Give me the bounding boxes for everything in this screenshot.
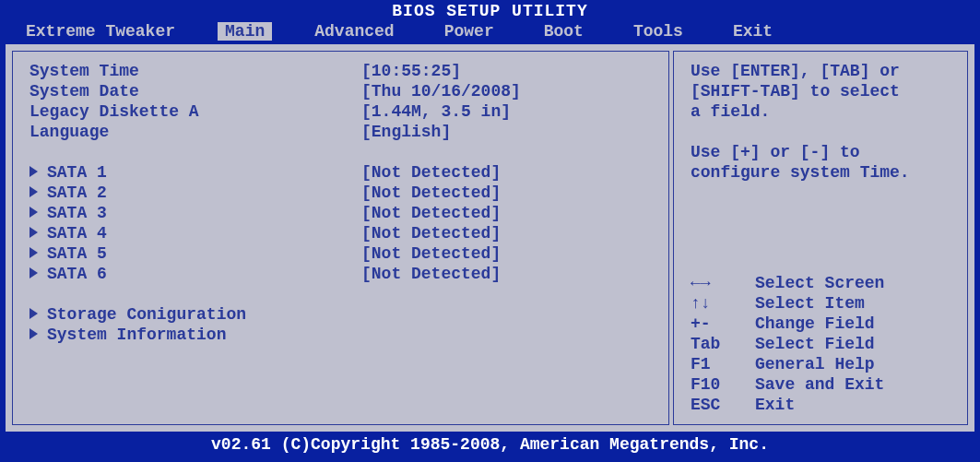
help-line-2: [SHIFT-TAB] to select [691,81,950,101]
row-sata-1[interactable]: SATA 1 [Not Detected] [30,162,652,183]
row-legacy-diskette[interactable]: Legacy Diskette A [1.44M, 3.5 in] [30,101,652,122]
key-tab: Tab [691,334,755,354]
key-row-exit: ESC Exit [691,395,950,415]
menu-bar: Extreme Tweaker Main Advanced Power Boot… [0,20,980,44]
row-system-date[interactable]: System Date [Thu 10/16/2008] [30,81,652,101]
label-sata-3: SATA 3 [30,203,361,223]
label-legacy-diskette: Legacy Diskette A [30,101,361,122]
key-desc-change-field: Change Field [755,314,875,334]
row-sata-2[interactable]: SATA 2 [Not Detected] [30,183,652,203]
main-pane: System Time [10:55:25] System Date [Thu … [12,51,669,425]
tab-tools[interactable]: Tools [626,22,691,41]
label-language: Language [30,122,361,142]
key-row-select-field: Tab Select Field [691,334,950,354]
key-desc-general-help: General Help [755,354,875,374]
value-sata-5: [Not Detected] [361,243,652,264]
value-system-time[interactable]: [10:55:25] [361,61,652,81]
key-plus-minus: +- [691,314,755,334]
content-frame: System Time [10:55:25] System Date [Thu … [6,44,974,432]
tab-main[interactable]: Main [218,22,272,41]
footer-copyright: v02.61 (C)Copyright 1985-2008, American … [0,432,980,454]
value-sata-3: [Not Detected] [361,203,652,223]
key-desc-select-item: Select Item [755,293,865,314]
label-sata-6: SATA 6 [30,264,361,284]
value-legacy-diskette[interactable]: [1.44M, 3.5 in] [361,101,652,122]
key-row-select-item: ↑↓ Select Item [691,293,950,314]
help-line-3: a field. [691,101,950,122]
value-sata-6: [Not Detected] [361,264,652,284]
tab-power[interactable]: Power [437,22,502,41]
key-desc-select-field: Select Field [755,334,875,354]
value-system-date[interactable]: [Thu 10/16/2008] [361,81,652,101]
key-desc-save-exit: Save and Exit [755,374,884,395]
key-arrows-ud-icon: ↑↓ [691,293,755,314]
tab-exit[interactable]: Exit [726,22,780,41]
value-language[interactable]: [English] [361,122,652,142]
help-line-1: Use [ENTER], [TAB] or [691,61,950,81]
key-f1: F1 [691,354,755,374]
key-row-save-exit: F10 Save and Exit [691,374,950,395]
tab-extreme-tweaker[interactable]: Extreme Tweaker [18,22,183,41]
row-sata-4[interactable]: SATA 4 [Not Detected] [30,223,652,243]
key-esc: ESC [691,395,755,415]
row-sata-6[interactable]: SATA 6 [Not Detected] [30,264,652,284]
row-language[interactable]: Language [English] [30,122,652,142]
key-legend: ←→ Select Screen ↑↓ Select Item +- Chang… [691,273,950,415]
label-storage-configuration: Storage Coniguration [30,304,361,325]
label-sata-4: SATA 4 [30,223,361,243]
help-line-5: configure system Time. [691,162,950,183]
key-row-general-help: F1 General Help [691,354,950,374]
value-sata-4: [Not Detected] [361,223,652,243]
row-storage-configuration[interactable]: Storage Coniguration [30,304,652,325]
tab-boot[interactable]: Boot [537,22,591,41]
utility-title: BIOS SETUP UTILITY [0,0,980,20]
help-pane: Use [ENTER], [TAB] or [SHIFT-TAB] to sel… [673,51,968,425]
row-sata-3[interactable]: SATA 3 [Not Detected] [30,203,652,223]
key-row-select-screen: ←→ Select Screen [691,273,950,293]
label-system-time: System Time [30,61,361,81]
row-system-time[interactable]: System Time [10:55:25] [30,61,652,81]
value-sata-1: [Not Detected] [361,162,652,183]
value-sata-2: [Not Detected] [361,183,652,203]
label-system-date: System Date [30,81,361,101]
key-desc-exit: Exit [755,395,795,415]
label-sata-5: SATA 5 [30,243,361,264]
label-system-information: System Information [30,325,361,345]
tab-advanced[interactable]: Advanced [307,22,401,41]
label-sata-2: SATA 2 [30,183,361,203]
label-sata-1: SATA 1 [30,162,361,183]
key-arrows-lr-icon: ←→ [691,273,755,293]
key-desc-select-screen: Select Screen [755,273,884,293]
help-line-4: Use [+] or [-] to [691,142,950,162]
row-sata-5[interactable]: SATA 5 [Not Detected] [30,243,652,264]
key-f10: F10 [691,374,755,395]
key-row-change-field: +- Change Field [691,314,950,334]
row-system-information[interactable]: System Information [30,325,652,345]
